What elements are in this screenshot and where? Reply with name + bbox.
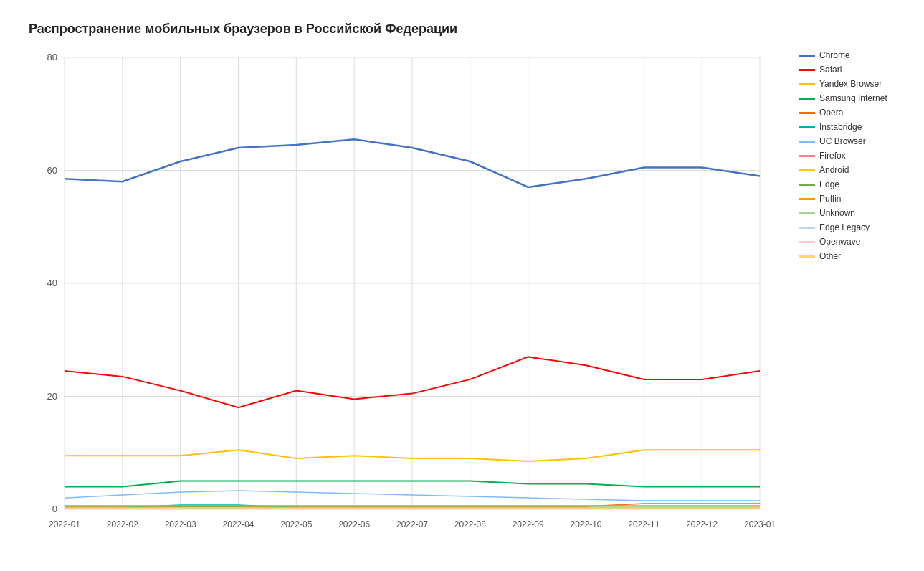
legend-instabridge: Instabridge — [799, 122, 921, 132]
opera-legend-color — [799, 112, 815, 114]
chart-legend: Chrome Safari Yandex Browser Samsung Int… — [799, 50, 921, 265]
legend-safari: Safari — [799, 65, 921, 75]
legend-other: Other — [799, 251, 921, 261]
svg-text:2022-02: 2022-02 — [107, 519, 138, 529]
android-legend-color — [799, 169, 815, 171]
edge-legend-color — [799, 184, 815, 186]
legend-firefox: Firefox — [799, 151, 921, 161]
samsung-legend-label: Samsung Internet — [819, 93, 887, 103]
ucbrowser-legend-color — [799, 141, 815, 143]
openwave-legend-color — [799, 241, 815, 243]
firefox-legend-color — [799, 155, 815, 157]
legend-ucbrowser: UC Browser — [799, 136, 921, 146]
svg-text:2022-09: 2022-09 — [513, 519, 544, 529]
yandex-legend-label: Yandex Browser — [819, 79, 882, 89]
svg-text:2022-08: 2022-08 — [454, 519, 486, 529]
svg-text:2022-01: 2022-01 — [49, 519, 80, 529]
svg-text:2022-04: 2022-04 — [222, 519, 254, 529]
chrome-legend-label: Chrome — [819, 50, 850, 60]
svg-text:2022-07: 2022-07 — [396, 519, 428, 529]
other-legend-label: Other — [819, 251, 841, 261]
legend-puffin: Puffin — [799, 194, 921, 204]
legend-android: Android — [799, 165, 921, 175]
svg-text:2022-12: 2022-12 — [686, 519, 718, 529]
unknown-legend-label: Unknown — [819, 208, 855, 218]
openwave-legend-label: Openwave — [819, 237, 860, 247]
svg-text:2022-03: 2022-03 — [165, 519, 196, 529]
chart-svg: 80 60 40 20 0 2022-01 2022-02 2022-03 20… — [29, 43, 789, 545]
svg-text:20: 20 — [47, 391, 57, 402]
svg-text:80: 80 — [47, 52, 57, 62]
legend-edge-legacy: Edge Legacy — [799, 222, 921, 232]
ucbrowser-legend-label: UC Browser — [819, 136, 866, 146]
puffin-legend-label: Puffin — [819, 194, 841, 204]
edge-legend-label: Edge — [819, 179, 839, 189]
chart-area: 80 60 40 20 0 2022-01 2022-02 2022-03 20… — [29, 43, 789, 545]
svg-text:40: 40 — [47, 278, 57, 288]
chrome-legend-color — [799, 55, 815, 57]
legend-openwave: Openwave — [799, 237, 921, 247]
firefox-legend-label: Firefox — [819, 151, 846, 161]
svg-text:2023-01: 2023-01 — [744, 519, 776, 529]
svg-text:60: 60 — [47, 165, 57, 176]
legend-opera: Opera — [799, 108, 921, 118]
other-legend-color — [799, 255, 815, 258]
svg-text:0: 0 — [52, 504, 57, 514]
legend-edge: Edge — [799, 179, 921, 189]
safari-legend-label: Safari — [819, 65, 842, 75]
svg-text:2022-06: 2022-06 — [338, 519, 370, 529]
android-legend-label: Android — [819, 165, 849, 175]
legend-samsung: Samsung Internet — [799, 93, 921, 103]
legend-chrome: Chrome — [799, 50, 921, 60]
yandex-legend-color — [799, 83, 815, 85]
legend-yandex: Yandex Browser — [799, 79, 921, 89]
unknown-legend-color — [799, 212, 815, 214]
edge-legacy-legend-label: Edge Legacy — [819, 222, 870, 232]
svg-text:2022-05: 2022-05 — [280, 519, 312, 529]
chart-title: Распространение мобильных браузеров в Ро… — [29, 22, 457, 37]
edge-legacy-legend-color — [799, 227, 815, 229]
legend-unknown: Unknown — [799, 208, 921, 218]
opera-legend-label: Opera — [819, 108, 843, 118]
svg-text:2022-10: 2022-10 — [570, 519, 601, 529]
instabridge-legend-label: Instabridge — [819, 122, 862, 132]
svg-text:2022-11: 2022-11 — [628, 519, 659, 529]
samsung-legend-color — [799, 98, 815, 100]
puffin-legend-color — [799, 198, 815, 200]
instabridge-legend-color — [799, 126, 815, 128]
safari-legend-color — [799, 69, 815, 71]
